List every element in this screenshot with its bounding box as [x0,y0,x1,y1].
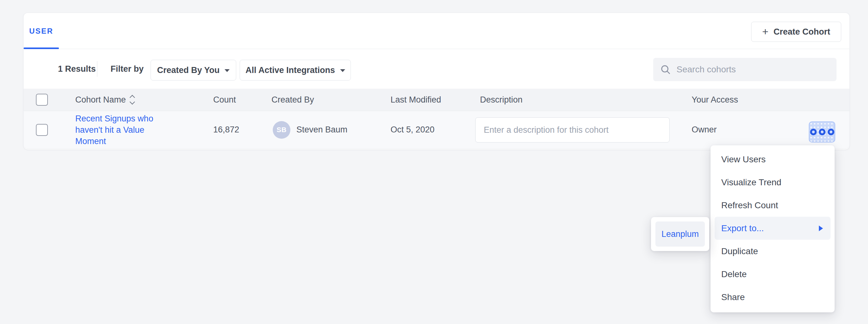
menu-item-share[interactable]: Share [711,286,835,309]
menu-item-export-to[interactable]: Export to... [715,217,831,240]
search-cohorts-box [653,58,837,81]
menu-item-delete[interactable]: Delete [711,263,835,286]
table-row: Recent Signups who haven't hit a Value M… [24,111,849,149]
results-count: 1 Results [58,49,96,89]
cohort-name-header-label: Cohort Name [75,95,126,105]
created-by-dropdown[interactable]: Created By You [151,60,236,80]
created-by-dropdown-label: Created By You [157,65,220,75]
creator-name: Steven Baum [297,111,347,148]
row-actions-button[interactable] [809,121,835,143]
plus-icon: + [762,26,769,37]
menu-item-view-users[interactable]: View Users [711,148,835,171]
column-header-cohort-name[interactable]: Cohort Name [75,89,134,111]
submenu-item-leanplum[interactable]: Leanplum [655,221,705,247]
search-icon [660,64,671,75]
filter-toolbar: 1 Results Filter by Created By You All A… [24,49,849,89]
count-cell: 16,872 [213,111,239,148]
submenu-arrow-icon [819,225,823,231]
row-actions-menu: View Users Visualize Trend Refresh Count… [711,145,835,312]
menu-item-visualize-trend[interactable]: Visualize Trend [711,171,835,194]
sort-icon[interactable] [130,96,134,104]
ellipsis-icon [828,129,834,135]
last-modified-cell: Oct 5, 2020 [391,111,435,148]
column-header-created-by: Created By [272,89,314,111]
chevron-down-icon [340,69,345,72]
tab-user[interactable]: USER [24,13,59,49]
row-checkbox[interactable] [36,124,48,136]
export-submenu: Leanplum [651,217,709,251]
cohort-name-cell: Recent Signups who haven't hit a Value M… [75,111,159,148]
select-all-cell [36,89,48,111]
cohorts-card: USER + Create Cohort 1 Results Filter by… [23,12,850,150]
cohort-name-link[interactable]: Recent Signups who haven't hit a Value M… [75,113,159,147]
column-header-your-access: Your Access [692,89,738,111]
description-input[interactable] [475,117,670,143]
create-cohort-button[interactable]: + Create Cohort [751,22,841,42]
column-header-count: Count [213,89,236,111]
toolbar-divider [97,61,97,77]
integrations-dropdown[interactable]: All Active Integrations [240,60,351,80]
menu-item-duplicate[interactable]: Duplicate [711,240,835,263]
column-header-description: Description [480,89,523,111]
search-input[interactable] [677,65,830,75]
integrations-dropdown-label: All Active Integrations [245,65,335,75]
ellipsis-icon [810,129,817,135]
table-header: Cohort Name Count Created By Last Modifi… [24,89,849,111]
ellipsis-icon [819,129,826,135]
export-to-label: Export to... [721,223,764,233]
filter-by-label: Filter by [111,49,144,89]
sort-down-chevron [129,99,135,105]
tab-bar: USER + Create Cohort [24,13,849,49]
avatar: SB [273,121,290,139]
cohorts-page: USER + Create Cohort 1 Results Filter by… [0,0,868,324]
column-header-last-modified: Last Modified [391,89,441,111]
select-all-checkbox[interactable] [36,94,48,106]
create-cohort-label: Create Cohort [774,27,830,37]
access-cell: Owner [692,111,717,148]
row-select-cell [36,111,48,148]
chevron-down-icon [224,69,229,72]
menu-item-refresh-count[interactable]: Refresh Count [711,194,835,217]
